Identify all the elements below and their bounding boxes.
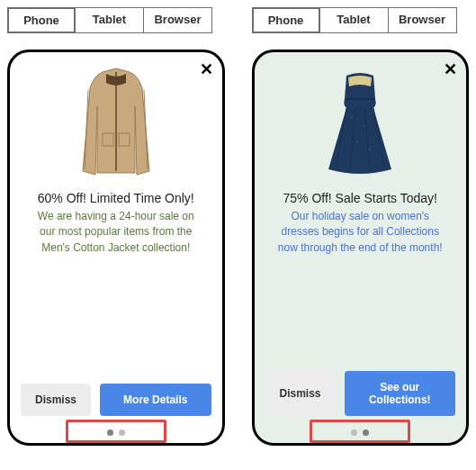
dismiss-button[interactable]: Dismiss — [21, 384, 91, 416]
close-icon[interactable]: ✕ — [200, 59, 213, 79]
phone-preview-left: ✕ 60% Off! Limited Time Only! We are hav… — [7, 50, 225, 446]
svg-point-4 — [356, 141, 358, 143]
promo-subtext: We are having a 24-hour sale on our most… — [31, 209, 201, 256]
promo-headline: 60% Off! Limited Time Only! — [22, 191, 210, 205]
tab-phone[interactable]: Phone — [7, 7, 76, 33]
svg-point-2 — [351, 116, 353, 118]
tab-browser[interactable]: Browser — [389, 7, 457, 33]
page-dot-2[interactable] — [363, 429, 369, 436]
phone-preview-right: ✕ 75% Off! Sale Starts Today! Our holida… — [252, 50, 470, 446]
page-dot-2[interactable] — [119, 429, 125, 436]
promo-headline: 75% Off! Sale Starts Today! — [267, 191, 454, 205]
tab-tablet[interactable]: Tablet — [320, 7, 389, 33]
device-tabs-left: Phone Tablet Browser — [7, 7, 225, 33]
page-dot-1[interactable] — [107, 429, 113, 436]
more-details-button[interactable]: More Details — [100, 384, 211, 416]
svg-point-5 — [369, 149, 371, 150]
close-icon[interactable]: ✕ — [444, 59, 457, 79]
see-collections-button[interactable]: See our Collections! — [345, 371, 456, 416]
dismiss-button[interactable]: Dismiss — [265, 371, 336, 416]
pagination-dots[interactable] — [351, 429, 369, 436]
promo-subtext: Our holiday sale on women's dresses begi… — [276, 209, 445, 256]
tab-browser[interactable]: Browser — [144, 7, 212, 33]
device-tabs-right: Phone Tablet Browser — [252, 7, 470, 33]
tab-tablet[interactable]: Tablet — [76, 7, 144, 33]
tab-phone[interactable]: Phone — [252, 7, 320, 33]
button-bar: Dismiss More Details — [21, 384, 211, 416]
svg-point-3 — [364, 125, 365, 127]
product-image-dress — [255, 63, 467, 189]
pagination-dots[interactable] — [107, 429, 125, 436]
button-bar: Dismiss See our Collections! — [265, 371, 456, 416]
product-image-jacket — [10, 63, 222, 189]
page-dot-1[interactable] — [351, 429, 357, 436]
